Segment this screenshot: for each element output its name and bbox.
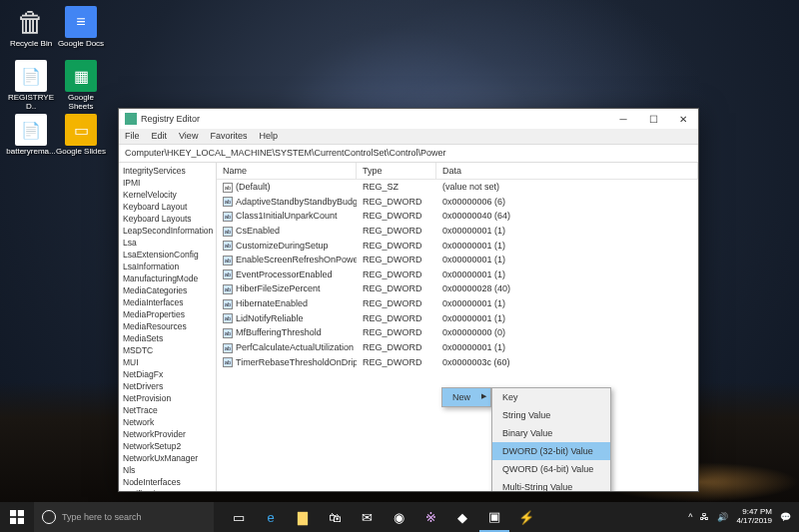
context-menu-item-qword-64-bit-value[interactable]: QWORD (64-bit) Value [492,460,610,478]
tree-item-network[interactable]: Network [119,416,216,428]
volume-icon[interactable]: 🔊 [717,512,728,522]
address-bar[interactable]: Computer\HKEY_LOCAL_MACHINE\SYSTEM\Curre… [119,145,698,163]
registry-value-row[interactable]: abPerfCalculateActualUtilizationREG_DWOR… [217,340,698,355]
window-title: Registry Editor [141,114,608,124]
doc-icon: ≡ [65,6,97,38]
tray-chevron-icon[interactable]: ^ [688,512,692,522]
close-button[interactable]: ✕ [668,109,698,129]
registry-value-row[interactable]: abLidNotifyReliableREG_DWORD0x00000001 (… [217,311,698,326]
tree-item-mui[interactable]: MUI [119,356,216,368]
tree-item-keyboard-layout[interactable]: Keyboard Layout [119,201,216,213]
registry-value-row[interactable]: abHiberFileSizePercentREG_DWORD0x0000002… [217,281,698,296]
registry-values-list[interactable]: NameTypeData ab(Default)REG_SZ(value not… [217,163,698,491]
tree-item-nettrace[interactable]: NetTrace [119,404,216,416]
registry-value-row[interactable]: ab(Default)REG_SZ(value not set) [217,180,698,195]
tree-item-networksetup-[interactable]: NetworkSetup2 [119,440,216,452]
taskbar-app-slack[interactable]: ※ [415,502,445,532]
registry-value-row[interactable]: abClass1InitialUnparkCountREG_DWORD0x000… [217,209,698,224]
desktop-icon-google-docs[interactable]: ≡Google Docs [56,6,106,49]
bin-icon: 🗑 [15,6,47,38]
dword-value-icon: ab [223,212,233,222]
registry-value-row[interactable]: abTimerRebaseThresholdOnDripsExitREG_DWO… [217,355,698,370]
tree-item-netdiagfx[interactable]: NetDiagFx [119,368,216,380]
taskbar-app-edge[interactable]: e [256,502,286,532]
desktop-icon-google-slides[interactable]: ▭Google Slides [56,114,106,157]
network-icon[interactable]: 🖧 [700,512,709,522]
tree-item-leapsecondinformation[interactable]: LeapSecondInformation [119,225,216,237]
column-header-type[interactable]: Type [357,163,436,179]
tree-item-mediacategories[interactable]: MediaCategories [119,284,216,296]
context-menu-item-new[interactable]: New ▶ [442,388,490,406]
registry-value-row[interactable]: abEventProcessorEnabledREG_DWORD0x000000… [217,267,698,282]
taskbar-app-mail[interactable]: ✉ [352,502,382,532]
desktop-icon-registryed-[interactable]: 📄REGISTRYED.. [6,60,56,112]
menu-view[interactable]: View [173,129,204,144]
sheet-icon: ▦ [65,60,97,92]
menu-edit[interactable]: Edit [146,129,174,144]
tree-item-ipmi[interactable]: IPMI [119,177,216,189]
taskbar-clock[interactable]: 9:47 PM 4/17/2019 [736,508,772,526]
tree-item-networkuxmanager[interactable]: NetworkUxManager [119,452,216,464]
taskbar-app-other[interactable]: ⚡ [511,502,541,532]
tree-item-nodeinterfaces[interactable]: NodeInterfaces [119,476,216,488]
tree-item-msdtc[interactable]: MSDTC [119,344,216,356]
titlebar[interactable]: Registry Editor ─ ☐ ✕ [119,109,698,129]
icon-label: REGISTRYED.. [6,94,56,112]
minimize-button[interactable]: ─ [608,109,638,129]
dword-value-icon: ab [223,227,233,237]
menu-help[interactable]: Help [253,129,284,144]
search-box[interactable]: Type here to search [34,502,214,532]
context-menu-item-key[interactable]: Key [492,388,610,406]
desktop[interactable]: 🗑Recycle Bin≡Google Docs📄REGISTRYED..▦Go… [0,0,799,532]
registry-tree[interactable]: IntegrityServicesIPMIKernelVelocityKeybo… [119,163,217,491]
tree-item-integrityservices[interactable]: IntegrityServices [119,165,216,177]
tree-item-mediaresources[interactable]: MediaResources [119,320,216,332]
tree-item-lsa[interactable]: Lsa [119,237,216,249]
taskbar-app-regedit[interactable]: ▣ [479,502,509,532]
dword-value-icon: ab [223,357,233,367]
start-button[interactable] [0,502,34,532]
menu-file[interactable]: File [119,129,146,144]
registry-value-row[interactable]: abCustomizeDuringSetupREG_DWORD0x0000000… [217,239,698,254]
tree-item-nls[interactable]: Nls [119,464,216,476]
maximize-button[interactable]: ☐ [638,109,668,129]
tree-item-mediainterfaces[interactable]: MediaInterfaces [119,296,216,308]
context-menu-item-multi-string-value[interactable]: Multi-String Value [492,478,610,491]
column-header-data[interactable]: Data [436,163,698,179]
context-menu-item-dword-32-bit-value[interactable]: DWORD (32-bit) Value [492,442,610,460]
tree-item-mediaproperties[interactable]: MediaProperties [119,308,216,320]
registry-value-row[interactable]: abHibernateEnabledREG_DWORD0x00000001 (1… [217,296,698,311]
taskbar-app-chrome[interactable]: ◉ [384,502,413,532]
tree-item-lsainformation[interactable]: LsaInformation [119,261,216,272]
taskbar-app-store[interactable]: 🛍 [320,502,350,532]
desktop-icon-batteryrema-[interactable]: 📄batteryrema... [6,114,56,157]
registry-value-row[interactable]: abCsEnabledREG_DWORD0x00000001 (1) [217,224,698,239]
tree-item-networkprovider[interactable]: NetworkProvider [119,428,216,440]
taskbar-app-explorer[interactable]: ▇ [288,502,318,532]
tree-item-manufacturingmode[interactable]: ManufacturingMode [119,272,216,284]
menu-favorites[interactable]: Favorites [204,129,253,144]
registry-value-row[interactable]: abMfBufferingThresholdREG_DWORD0x0000000… [217,325,698,340]
tree-item-netprovision[interactable]: NetProvision [119,392,216,404]
dword-value-icon: ab [223,299,233,309]
action-center-icon[interactable]: 💬 [780,512,791,522]
desktop-icon-google-sheets[interactable]: ▦Google Sheets [56,60,106,112]
context-menu-item-binary-value[interactable]: Binary Value [492,424,610,442]
system-tray[interactable]: ^ 🖧 🔊 9:47 PM 4/17/2019 💬 [688,508,799,526]
registry-value-row[interactable]: abEnableScreenRefreshOnPowerButtonLon...… [217,253,698,267]
tree-item-notifications[interactable]: Notifications [119,488,216,491]
tree-item-keyboard-layouts[interactable]: Keyboard Layouts [119,213,216,225]
desktop-icon-recycle-bin[interactable]: 🗑Recycle Bin [6,6,56,49]
context-submenu-new: KeyString ValueBinary ValueDWORD (32-bit… [491,387,611,491]
task-view-button[interactable]: ▭ [224,502,254,532]
tree-item-kernelvelocity[interactable]: KernelVelocity [119,189,216,201]
tree-item-netdrivers[interactable]: NetDrivers [119,380,216,392]
column-header-name[interactable]: Name [217,163,357,179]
tree-item-lsaextensionconfig[interactable]: LsaExtensionConfig [119,249,216,261]
registry-value-row[interactable]: abAdaptiveStandbyStandbyBudgetAvgInter..… [217,195,698,210]
tree-item-mediasets[interactable]: MediaSets [119,332,216,344]
context-menu-item-string-value[interactable]: String Value [492,406,610,424]
slides-icon: ▭ [65,114,97,146]
taskbar-app-steam[interactable]: ◆ [447,502,477,532]
cortana-circle-icon [42,510,56,524]
